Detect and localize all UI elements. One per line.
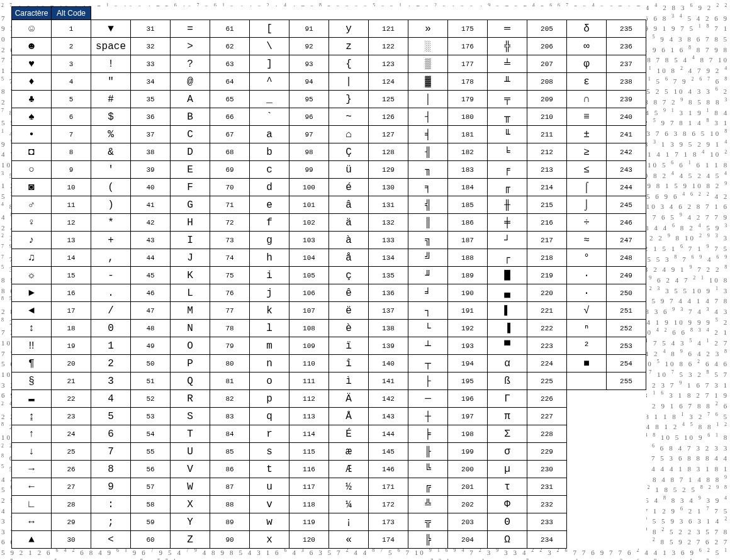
char-cell: y bbox=[329, 20, 369, 38]
code-cell: 26 bbox=[52, 461, 91, 478]
char-cell: 6 bbox=[91, 425, 131, 443]
code-cell: 114 bbox=[289, 425, 329, 443]
char-cell: ═ bbox=[488, 20, 527, 38]
code-cell: 29 bbox=[52, 513, 91, 531]
char-cell: f bbox=[250, 214, 289, 232]
code-cell: 60 bbox=[131, 531, 171, 549]
code-cell: 142 bbox=[369, 390, 408, 408]
char-cell: m bbox=[250, 337, 289, 355]
code-cell: 126 bbox=[369, 108, 408, 126]
table-row: ∟28:58X88v118¼172╩202Φ232 bbox=[12, 496, 646, 513]
char-cell: X bbox=[171, 496, 210, 513]
char-cell: ▲ bbox=[12, 531, 52, 549]
code-cell: 206 bbox=[527, 38, 567, 55]
char-cell: I bbox=[171, 232, 210, 249]
code-cell: 119 bbox=[289, 513, 329, 531]
code-cell: 202 bbox=[448, 496, 488, 513]
char-cell: ¼ bbox=[329, 496, 369, 513]
char-cell: à bbox=[329, 232, 369, 249]
char-cell: Å bbox=[329, 408, 369, 425]
char-cell: ‼ bbox=[12, 337, 52, 355]
char-cell: ▬ bbox=[12, 390, 52, 408]
code-cell: 11 bbox=[52, 196, 91, 214]
char-cell: ï bbox=[329, 337, 369, 355]
char-cell: ¶ bbox=[12, 355, 52, 372]
code-cell: 125 bbox=[369, 91, 408, 108]
code-cell: 33 bbox=[131, 55, 171, 73]
char-cell: g bbox=[250, 232, 289, 249]
code-cell: 83 bbox=[210, 408, 250, 425]
code-cell: 32 bbox=[131, 38, 171, 55]
code-cell: 41 bbox=[131, 196, 171, 214]
char-cell: ╓ bbox=[488, 179, 527, 196]
code-cell: 2 bbox=[52, 38, 91, 55]
code-cell: 15 bbox=[52, 267, 91, 284]
code-cell: 8 bbox=[52, 143, 91, 161]
code-cell: 199 bbox=[448, 443, 488, 461]
char-cell: ╨ bbox=[488, 73, 527, 91]
char-cell: ≈ bbox=[567, 232, 607, 249]
char-cell: ♪ bbox=[12, 232, 52, 249]
char-cell: ì bbox=[329, 372, 369, 390]
char-cell: k bbox=[250, 302, 289, 320]
char-cell: ∟ bbox=[12, 496, 52, 513]
code-cell: 207 bbox=[527, 55, 567, 73]
code-cell: 175 bbox=[448, 20, 488, 38]
code-cell: 211 bbox=[527, 126, 567, 143]
char-cell: / bbox=[91, 302, 131, 320]
char-cell: d bbox=[250, 179, 289, 196]
code-cell: 228 bbox=[527, 425, 567, 443]
char-cell: ♀ bbox=[12, 214, 52, 232]
char-cell: ↨ bbox=[12, 408, 52, 425]
code-cell: 75 bbox=[210, 267, 250, 284]
char-cell: ë bbox=[329, 302, 369, 320]
char-cell: H bbox=[171, 214, 210, 232]
table-row: ☻2space32>62\92z122░176╬206∞236 bbox=[12, 38, 646, 55]
char-cell: ◙ bbox=[12, 179, 52, 196]
code-cell: 236 bbox=[607, 38, 646, 55]
code-cell: 13 bbox=[52, 232, 91, 249]
code-cell: 112 bbox=[289, 390, 329, 408]
char-cell: ░ bbox=[408, 38, 448, 55]
char-cell: G bbox=[171, 196, 210, 214]
code-cell: 56 bbox=[131, 461, 171, 478]
code-cell: 234 bbox=[527, 531, 567, 549]
char-cell: % bbox=[91, 126, 131, 143]
char-cell: π bbox=[488, 408, 527, 425]
code-cell: 73 bbox=[210, 232, 250, 249]
char-cell: r bbox=[250, 425, 289, 443]
code-cell: 217 bbox=[527, 232, 567, 249]
char-cell: B bbox=[171, 108, 210, 126]
table-row: ►16.46L76j106ê136╛190▄220·250 bbox=[12, 284, 646, 302]
code-cell: 143 bbox=[369, 408, 408, 425]
table-row: ◙10(40F70d100é130╕184╓214⌠244 bbox=[12, 179, 646, 196]
char-cell: ] bbox=[250, 55, 289, 73]
code-cell: 195 bbox=[448, 372, 488, 390]
code-cell: 4 bbox=[52, 73, 91, 91]
code-cell: 254 bbox=[607, 355, 646, 372]
code-cell: 213 bbox=[527, 161, 567, 179]
code-cell: 238 bbox=[607, 73, 646, 91]
code-cell: 229 bbox=[527, 443, 567, 461]
code-cell: 200 bbox=[448, 461, 488, 478]
code-cell: 107 bbox=[289, 302, 329, 320]
code-cell: 105 bbox=[289, 267, 329, 284]
code-cell: 177 bbox=[448, 55, 488, 73]
char-cell: ╩ bbox=[408, 496, 448, 513]
char-cell: x bbox=[250, 531, 289, 549]
char-cell: ) bbox=[91, 196, 131, 214]
code-cell: 140 bbox=[369, 355, 408, 372]
code-cell: 144 bbox=[369, 425, 408, 443]
table-row: ▬22452R82p112Ä142─196Γ226 bbox=[12, 390, 646, 408]
char-cell: ╠ bbox=[408, 531, 448, 549]
code-cell: 63 bbox=[210, 55, 250, 73]
char-cell: ä bbox=[329, 214, 369, 232]
char-cell: D bbox=[171, 143, 210, 161]
char-cell: ◘ bbox=[12, 143, 52, 161]
code-cell: 135 bbox=[369, 267, 408, 284]
code-cell: 122 bbox=[369, 38, 408, 55]
char-cell: v bbox=[250, 496, 289, 513]
char-cell: ⌂ bbox=[329, 126, 369, 143]
char-cell: ♦ bbox=[12, 73, 52, 91]
code-cell: 98 bbox=[289, 143, 329, 161]
